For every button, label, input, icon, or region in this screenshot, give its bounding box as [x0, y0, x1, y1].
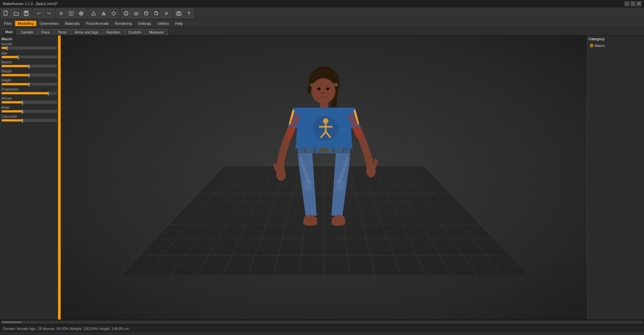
slider-thumb-age[interactable] — [17, 55, 19, 59]
tabbar: MainGenderFaceTorsoArms and legsRandomCu… — [0, 27, 644, 36]
svg-rect-19 — [155, 12, 158, 15]
svg-point-35 — [317, 88, 321, 90]
redo-button[interactable]: ↪ — [44, 9, 53, 18]
tab-gender[interactable]: Gender — [17, 29, 37, 35]
slider-fill-proportions — [2, 92, 48, 94]
diamond-button[interactable] — [109, 9, 118, 18]
slider-label-african: African — [1, 97, 57, 100]
slider-label-asian: Asian — [1, 106, 57, 109]
slider-track-asian[interactable] — [1, 110, 57, 113]
minimize-button[interactable]: ─ — [625, 1, 629, 6]
slider-label-muscle: Muscle — [1, 60, 57, 64]
svg-point-37 — [322, 92, 325, 94]
slider-thumb-weight[interactable] — [29, 73, 30, 77]
tab-torso[interactable]: Torso — [54, 29, 70, 35]
slider-fill-caucasian — [2, 119, 22, 121]
menu-item-help[interactable]: Help — [172, 21, 185, 26]
svg-point-15 — [145, 11, 148, 13]
menubar: FilesModellingGeometriesMaterialsPose/An… — [0, 19, 644, 27]
sphere-button[interactable] — [121, 9, 131, 18]
slider-group-proportions: Proportions — [1, 88, 57, 95]
slider-track-muscle[interactable] — [1, 65, 57, 67]
help-button[interactable]: ? — [184, 9, 194, 18]
slider-track-weight[interactable] — [1, 74, 57, 76]
slider-thumb-proportions[interactable] — [48, 92, 49, 96]
slider-track-proportions[interactable] — [1, 92, 57, 95]
slider-thumb-height[interactable] — [29, 82, 30, 87]
slider-fill-african — [2, 101, 22, 103]
svg-point-54 — [336, 179, 344, 191]
camera-button[interactable] — [174, 9, 183, 18]
save-file-button[interactable] — [21, 9, 31, 18]
filled-triangle-button[interactable] — [99, 9, 108, 18]
slider-fill-asian — [2, 110, 22, 112]
slider-label-caucasian: Caucasian — [1, 115, 57, 118]
viewport[interactable] — [61, 36, 587, 320]
category-radio-macro[interactable] — [590, 44, 593, 47]
macro-section-title: Macro — [1, 37, 57, 41]
triangle-button[interactable] — [89, 9, 98, 18]
svg-point-44 — [323, 118, 328, 124]
category-panel-title: Category — [589, 37, 643, 41]
slider-track-age[interactable] — [1, 56, 57, 58]
slider-label-age: Age — [1, 51, 57, 55]
menu-item-pose-animate[interactable]: Pose/Animate — [83, 21, 111, 26]
slider-thumb-african[interactable] — [22, 101, 23, 105]
solid-button[interactable] — [76, 9, 86, 18]
slider-thumb-asian[interactable] — [22, 110, 23, 114]
svg-marker-9 — [102, 11, 106, 15]
svg-rect-2 — [25, 11, 28, 13]
close-button[interactable]: ✕ — [637, 1, 641, 6]
slider-track-african[interactable] — [1, 101, 57, 104]
slider-thumb-muscle[interactable] — [29, 64, 30, 68]
tab-random[interactable]: Random — [103, 29, 124, 35]
menu-item-modelling[interactable]: Modelling — [15, 21, 36, 26]
cube-button[interactable] — [152, 9, 161, 18]
menu-item-settings[interactable]: Settings — [135, 21, 154, 26]
menu-item-rendering[interactable]: Rendering — [112, 21, 135, 26]
scrollbar-thumb[interactable] — [2, 321, 22, 323]
tab-custom[interactable]: Custom — [125, 29, 145, 35]
slider-track-caucasian[interactable] — [1, 119, 57, 122]
tab-arms-and-legs[interactable]: Arms and legs — [71, 29, 102, 35]
capsule-button[interactable] — [162, 9, 171, 18]
scrollbar-track[interactable] — [1, 321, 643, 324]
undo-button[interactable]: ↩ — [34, 9, 43, 18]
slider-group-caucasian: Caucasian — [1, 115, 57, 122]
main-layout: Macro GenderAgeMuscleWeightHeightProport… — [0, 36, 644, 320]
svg-rect-56 — [314, 148, 316, 153]
svg-marker-8 — [92, 11, 96, 15]
svg-point-36 — [326, 88, 329, 90]
open-file-button[interactable] — [11, 9, 21, 18]
slider-thumb-gender[interactable] — [6, 46, 8, 50]
sep1 — [32, 9, 33, 17]
slider-track-gender[interactable] — [1, 47, 57, 49]
sep3 — [87, 9, 88, 17]
wireframe-button[interactable] — [66, 9, 76, 18]
slider-thumb-caucasian[interactable] — [22, 119, 23, 123]
tab-main[interactable]: Main — [1, 29, 17, 35]
menu-item-geometries[interactable]: Geometries — [37, 21, 61, 26]
grid-button[interactable]: ⊞ — [56, 9, 66, 18]
svg-rect-55 — [304, 148, 306, 153]
menu-item-utilities[interactable]: Utilities — [155, 21, 172, 26]
svg-point-11 — [124, 11, 128, 15]
slider-track-height[interactable] — [1, 83, 57, 86]
new-file-button[interactable] — [1, 9, 11, 18]
slider-label-gender: Gender — [1, 42, 57, 46]
cylinder-button[interactable] — [142, 9, 151, 18]
tab-face[interactable]: Face — [38, 29, 53, 35]
slider-group-african: African — [1, 97, 57, 104]
svg-marker-10 — [112, 11, 116, 15]
menu-item-files[interactable]: Files — [1, 21, 14, 26]
menu-item-materials[interactable]: Materials — [62, 21, 83, 26]
scrollbar-area[interactable] — [0, 320, 644, 324]
sep2 — [55, 9, 55, 17]
toolbar: ↩ ↪ ⊞ ? — [0, 7, 644, 19]
torus-button[interactable] — [131, 9, 141, 18]
maximize-button[interactable]: □ — [631, 1, 635, 6]
tab-measure[interactable]: Measure — [146, 29, 167, 35]
svg-point-16 — [145, 14, 148, 15]
svg-rect-3 — [25, 14, 27, 15]
category-item-macro[interactable]: Macro — [589, 43, 643, 48]
